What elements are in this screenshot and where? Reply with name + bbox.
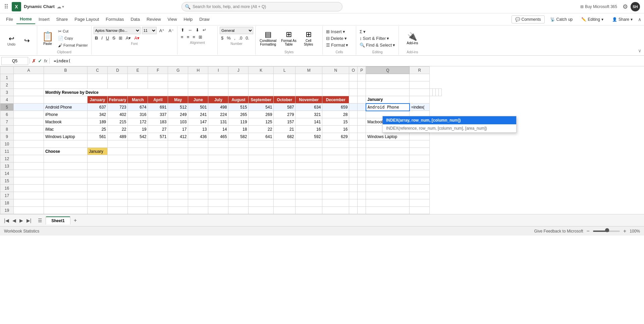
cell-10-12[interactable] bbox=[296, 140, 322, 148]
increase-decimal-button[interactable]: .0 bbox=[237, 35, 244, 41]
cell-10-5[interactable] bbox=[148, 140, 168, 148]
cell-7-0[interactable] bbox=[14, 118, 44, 126]
settings-icon[interactable]: ⚙ bbox=[623, 3, 628, 10]
cut-button[interactable]: ✂ Cut bbox=[57, 28, 89, 35]
cell-17-8[interactable] bbox=[208, 192, 228, 199]
cell-1-10[interactable] bbox=[249, 74, 274, 81]
cell-8-14[interactable] bbox=[349, 126, 358, 133]
workbook-stats-label[interactable]: Workbook Statistics bbox=[4, 229, 39, 234]
cell-6-6[interactable]: 249 bbox=[168, 111, 188, 118]
cell-6-8[interactable]: 224 bbox=[208, 111, 228, 118]
cell-19-8[interactable] bbox=[208, 207, 228, 214]
row-num-4[interactable]: 4 bbox=[0, 96, 14, 104]
cell-6-12[interactable]: 321 bbox=[296, 111, 322, 118]
cell-7-15[interactable] bbox=[358, 118, 366, 126]
cell-9-6[interactable]: 412 bbox=[168, 133, 188, 140]
col-header-E[interactable]: E bbox=[128, 67, 148, 74]
add-sheet-button[interactable]: + bbox=[72, 217, 79, 224]
col-header-L[interactable]: L bbox=[274, 67, 296, 74]
cell-14-12[interactable] bbox=[296, 170, 322, 177]
cell-6-1[interactable]: iPhone bbox=[44, 111, 88, 118]
cell-5-3[interactable]: 723 bbox=[108, 104, 128, 111]
cell-8-12[interactable]: 16 bbox=[296, 126, 322, 133]
cell-3-9[interactable] bbox=[322, 89, 349, 96]
cell-6-7[interactable]: 241 bbox=[188, 111, 208, 118]
cell-18-14[interactable] bbox=[349, 199, 358, 207]
cell-2-14[interactable] bbox=[349, 81, 358, 89]
cell-18-16[interactable] bbox=[366, 199, 410, 207]
cell-17-3[interactable] bbox=[108, 192, 128, 199]
cell-7-3[interactable]: 215 bbox=[108, 118, 128, 126]
cell-8-2[interactable]: 25 bbox=[88, 126, 108, 133]
cell-19-16[interactable] bbox=[366, 207, 410, 214]
cell-1-17[interactable] bbox=[410, 74, 430, 81]
cell-12-13[interactable] bbox=[322, 155, 349, 163]
cell-10-17[interactable] bbox=[410, 140, 430, 148]
row-num-9[interactable]: 9 bbox=[0, 133, 14, 140]
cell-8-9[interactable]: 18 bbox=[228, 126, 249, 133]
cell-16-15[interactable] bbox=[358, 185, 366, 192]
cell-17-14[interactable] bbox=[349, 192, 358, 199]
align-left-button[interactable]: ≡ bbox=[179, 34, 185, 40]
cell-2-8[interactable] bbox=[208, 81, 228, 89]
cell-12-17[interactable] bbox=[410, 155, 430, 163]
italic-button[interactable]: I bbox=[100, 35, 104, 41]
cell-10-7[interactable] bbox=[188, 140, 208, 148]
cell-1-14[interactable] bbox=[349, 74, 358, 81]
format-button[interactable]: ☰Format▾ bbox=[325, 42, 354, 48]
cell-18-15[interactable] bbox=[358, 199, 366, 207]
cell-1-11[interactable] bbox=[274, 74, 296, 81]
search-input[interactable] bbox=[181, 2, 342, 11]
cell-18-17[interactable] bbox=[410, 199, 430, 207]
cell-2-10[interactable] bbox=[249, 81, 274, 89]
align-bottom-button[interactable]: ⬇ bbox=[194, 27, 201, 33]
merge-button[interactable]: ⊞ bbox=[197, 34, 204, 40]
col-header-C[interactable]: C bbox=[88, 67, 108, 74]
cell-10-10[interactable] bbox=[249, 140, 274, 148]
cell-4-6[interactable]: May bbox=[168, 96, 188, 104]
cell-3-11[interactable] bbox=[358, 89, 366, 96]
cell-14-6[interactable] bbox=[168, 170, 188, 177]
underline-button[interactable]: U bbox=[105, 35, 110, 41]
cell-8-11[interactable]: 21 bbox=[274, 126, 296, 133]
cell-7-4[interactable]: 172 bbox=[128, 118, 148, 126]
autocomplete-item-1[interactable]: INDEX(array, row_num, [column_num]) bbox=[383, 116, 516, 124]
cell-17-13[interactable] bbox=[322, 192, 349, 199]
cell-15-2[interactable] bbox=[88, 177, 108, 185]
cell-19-6[interactable] bbox=[168, 207, 188, 214]
cell-2-13[interactable] bbox=[322, 81, 349, 89]
cell-6-9[interactable]: 265 bbox=[228, 111, 249, 118]
cell-12-10[interactable] bbox=[249, 155, 274, 163]
cell-11-13[interactable] bbox=[322, 148, 349, 155]
cell-19-11[interactable] bbox=[274, 207, 296, 214]
cell-19-0[interactable] bbox=[14, 207, 44, 214]
cell-16-11[interactable] bbox=[274, 185, 296, 192]
tab-insert[interactable]: Insert bbox=[35, 15, 53, 24]
cell-4-7[interactable]: June bbox=[188, 96, 208, 104]
font-size-select[interactable]: 11 bbox=[142, 27, 157, 34]
cell-11-15[interactable] bbox=[358, 148, 366, 155]
cell-12-16[interactable] bbox=[366, 155, 410, 163]
cell-4-4[interactable]: March bbox=[128, 96, 148, 104]
cell-13-6[interactable] bbox=[168, 163, 188, 170]
cell-9-5[interactable]: 571 bbox=[148, 133, 168, 140]
cell-7-11[interactable]: 157 bbox=[274, 118, 296, 126]
autocomplete-popup[interactable]: INDEX(array, row_num, [column_num]) INDE… bbox=[382, 116, 517, 133]
cell-17-16[interactable] bbox=[366, 192, 410, 199]
cell-14-14[interactable] bbox=[349, 170, 358, 177]
cell-15-12[interactable] bbox=[296, 177, 322, 185]
cell-19-1[interactable] bbox=[44, 207, 88, 214]
cell-3-17[interactable] bbox=[439, 89, 442, 96]
row-num-12[interactable]: 12 bbox=[0, 155, 14, 163]
cell-2-15[interactable] bbox=[358, 81, 366, 89]
row-num-15[interactable]: 15 bbox=[0, 177, 14, 185]
cell-14-7[interactable] bbox=[188, 170, 208, 177]
border-button[interactable]: ⊞ bbox=[117, 35, 124, 41]
cell-2-2[interactable] bbox=[88, 81, 108, 89]
cell-11-4[interactable] bbox=[128, 148, 148, 155]
cell-3-12[interactable] bbox=[366, 89, 410, 96]
cell-18-0[interactable] bbox=[14, 199, 44, 207]
formula-input[interactable] bbox=[51, 57, 643, 65]
tab-pagelayout[interactable]: Page Layout bbox=[71, 15, 102, 24]
cell-13-8[interactable] bbox=[208, 163, 228, 170]
